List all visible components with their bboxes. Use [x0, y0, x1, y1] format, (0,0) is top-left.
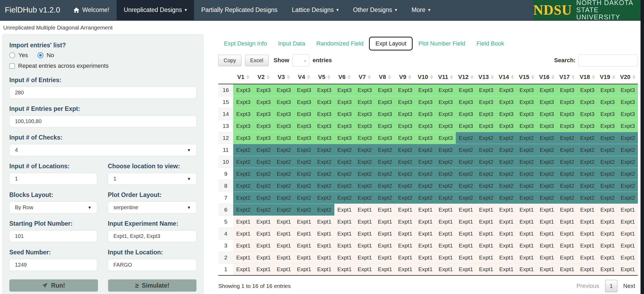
column-header-v4[interactable]: V4: [294, 70, 314, 84]
copy-button[interactable]: Copy: [218, 55, 241, 66]
plot-cell: Expt3: [436, 120, 456, 132]
nav-item-lattice-designs[interactable]: Lattice Designs ▾: [285, 0, 346, 20]
column-header-label: V10: [418, 74, 428, 81]
plot-cell: Expt1: [334, 228, 355, 240]
plot-cell: Expt1: [436, 228, 456, 240]
plot-cell: Expt3: [415, 96, 436, 108]
plot-cell: Expt2: [415, 156, 436, 168]
column-header-v12[interactable]: V12: [456, 70, 476, 84]
plot-cell: Expt1: [233, 263, 253, 275]
plot-cell: Expt1: [375, 204, 395, 216]
plot-cell: Expt2: [577, 192, 597, 204]
column-header-label: V9: [399, 74, 406, 81]
scrollbar[interactable]: [641, 0, 644, 294]
tab-input-data[interactable]: Input Data: [272, 37, 311, 50]
search-input[interactable]: [578, 54, 638, 66]
tab-expt-design-info[interactable]: Expt Design Info: [218, 37, 272, 50]
tab-field-book[interactable]: Field Book: [471, 37, 510, 50]
nav-item-partially-replicated-designs[interactable]: Partially Replicated Designs: [194, 0, 285, 20]
caret-down-icon: ▼: [187, 148, 191, 152]
import-no-radio[interactable]: No: [38, 52, 54, 59]
plot-cell: Expt2: [233, 156, 253, 168]
starting-plot-input[interactable]: [9, 230, 97, 242]
seed-number-input[interactable]: [9, 259, 97, 271]
radio-icon: [9, 52, 15, 58]
page-1-button[interactable]: 1: [605, 280, 617, 292]
column-header-v13[interactable]: V13: [476, 70, 496, 84]
num-entries-input[interactable]: [9, 87, 196, 99]
num-entries-label: Input # of Entries:: [9, 77, 196, 84]
num-locations-input[interactable]: [9, 173, 97, 185]
row-number: 6: [218, 204, 233, 216]
plot-cell: Expt2: [334, 180, 355, 192]
plot-cell: Expt2: [557, 192, 577, 204]
location-view-select[interactable]: 1 ▼: [108, 173, 196, 185]
plot-cell: Expt3: [496, 108, 516, 120]
plot-cell: Expt3: [456, 96, 476, 108]
tab-randomized-field[interactable]: Randomized Field: [311, 37, 369, 50]
plot-cell: Expt3: [557, 96, 577, 108]
checkbox-label: Repeat entries across experiments: [18, 62, 109, 69]
repeat-entries-checkbox[interactable]: Repeat entries across experiments: [9, 62, 196, 69]
plot-cell: Expt1: [274, 228, 294, 240]
column-header-v18[interactable]: V18: [577, 70, 597, 84]
column-header-v8[interactable]: V8: [375, 70, 395, 84]
page-length-select[interactable]: ⌄: [292, 54, 309, 66]
plot-cell: Expt2: [375, 168, 395, 180]
plot-cell: Expt2: [537, 192, 557, 204]
column-header-v16[interactable]: V16: [537, 70, 557, 84]
column-header-v1[interactable]: V1: [233, 70, 253, 84]
column-header-v7[interactable]: V7: [355, 70, 375, 84]
plot-cell: Expt2: [456, 180, 476, 192]
column-header-v17[interactable]: V17: [557, 70, 577, 84]
column-header-v3[interactable]: V3: [274, 70, 294, 84]
import-yes-radio[interactable]: Yes: [9, 52, 28, 59]
tab-expt-layout[interactable]: Expt Layout: [369, 37, 413, 51]
next-page-button[interactable]: Next: [623, 283, 635, 289]
row-number: 13: [218, 120, 233, 132]
nav-item-welcome[interactable]: Welcome!: [66, 0, 117, 20]
column-header-v9[interactable]: V9: [395, 70, 415, 84]
plot-cell: Expt2: [274, 192, 294, 204]
entries-per-expt-input[interactable]: [9, 115, 196, 127]
column-header-v5[interactable]: V5: [314, 70, 334, 84]
column-header-v19[interactable]: V19: [597, 70, 618, 84]
plot-cell: Expt3: [355, 120, 375, 132]
location-input[interactable]: [108, 259, 196, 271]
caret-down-icon: ▼: [187, 177, 191, 181]
column-header-v2[interactable]: V2: [253, 70, 274, 84]
table-row: 3Expt1Expt1Expt1Expt1Expt1Expt1Expt1Expt…: [218, 240, 638, 251]
plot-order-select[interactable]: serpentine ▼: [108, 201, 196, 213]
plot-cell: Expt3: [355, 96, 375, 108]
row-number: 8: [218, 180, 233, 192]
column-header-v10[interactable]: V10: [415, 70, 436, 84]
plot-cell: Expt1: [395, 240, 415, 251]
plot-cell: Expt3: [314, 84, 334, 96]
column-header-v15[interactable]: V15: [516, 70, 537, 84]
sort-icon: [551, 75, 555, 79]
blocks-layout-select[interactable]: By Row ▼: [9, 201, 97, 213]
plot-cell: Expt2: [274, 168, 294, 180]
plot-cell: Expt2: [496, 132, 516, 144]
tab-plot-number-field[interactable]: Plot Number Field: [413, 37, 471, 50]
plot-cell: Expt2: [233, 204, 253, 216]
plot-cell: Expt1: [476, 251, 496, 263]
excel-button[interactable]: Excel: [245, 55, 269, 66]
plot-cell: Expt1: [557, 240, 577, 251]
nav-item-other-designs[interactable]: Other Designs ▾: [346, 0, 404, 20]
column-header-v6[interactable]: V6: [334, 70, 355, 84]
plot-cell: Expt2: [334, 156, 355, 168]
plot-cell: Expt1: [496, 263, 516, 275]
column-header-v14[interactable]: V14: [496, 70, 516, 84]
nav-item-unreplicated-designs[interactable]: Unreplicated Designs ▾: [117, 0, 194, 20]
plot-cell: Expt2: [516, 156, 537, 168]
experiment-name-input[interactable]: [108, 230, 196, 242]
plot-cell: Expt2: [537, 144, 557, 156]
previous-page-button[interactable]: Previous: [576, 283, 599, 289]
nav-item-more[interactable]: More ▾: [404, 0, 438, 20]
column-header-v20[interactable]: V20: [618, 70, 638, 84]
run-button[interactable]: Run!: [9, 279, 98, 292]
num-checks-select[interactable]: 4 ▼: [9, 144, 196, 156]
column-header-v11[interactable]: V11: [436, 70, 456, 84]
simulate-button[interactable]: ≥ Simulate!: [108, 279, 197, 292]
